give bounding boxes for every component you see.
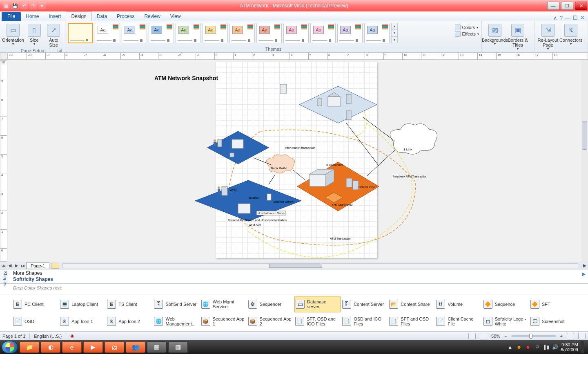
zoom-level[interactable]: 50% [491, 334, 500, 339]
taskbar-item-visio[interactable]: ▥ [168, 341, 188, 353]
theme-item-4[interactable]: Aa [176, 23, 201, 43]
tray-red-icon[interactable]: ☻ [525, 344, 531, 350]
standalone-server-icon[interactable] [280, 84, 287, 93]
redo-icon[interactable]: ↷ [29, 2, 37, 9]
autosize-button[interactable]: ⤢Auto Size [45, 23, 63, 47]
theme-item-7[interactable]: Aa [256, 23, 282, 43]
taskbar-item-messenger[interactable]: 👥 [126, 341, 145, 353]
tab-data[interactable]: Data [92, 12, 112, 21]
shape-stencil-item[interactable]: 📦Sequenced App 1 [200, 313, 247, 330]
taskbar-item-7[interactable]: ▦ [147, 341, 167, 353]
theme-item-9[interactable]: Aa [310, 23, 336, 43]
fit-to-window-button[interactable] [567, 333, 574, 339]
shape-stencil-item[interactable]: 🗃Database server [294, 296, 341, 312]
tab-design[interactable]: Design [66, 11, 91, 21]
zoom-in-button[interactable]: + [560, 334, 563, 339]
view-full-button[interactable] [480, 333, 487, 339]
tab-view[interactable]: View [165, 12, 186, 21]
connectors-button[interactable]: ↯Connectors▾ [560, 23, 581, 46]
mdi-minimize-icon[interactable]: — [565, 15, 570, 21]
shape-stencil-item[interactable]: 🛢Volume [435, 296, 481, 312]
tab-insert[interactable]: Insert [44, 12, 66, 21]
theme-item-5[interactable]: Aa [203, 23, 228, 43]
shapes-expand-icon[interactable]: ▶ [582, 271, 586, 277]
shape-stencil-item[interactable]: 📑OSD and ICO Files [341, 313, 388, 330]
ribbon-minimize-icon[interactable]: ∧ [553, 15, 557, 21]
quick-shapes-dropzone[interactable]: Drop Quick Shapes here [0, 284, 588, 294]
maximize-button[interactable]: ☐ [561, 2, 573, 10]
nav-first-icon[interactable]: ⏮ [0, 263, 7, 268]
tray-volume-icon[interactable]: 🔊 [552, 344, 558, 350]
undo-icon[interactable]: ↶ [20, 2, 28, 9]
visio-icon[interactable]: ▦ [2, 2, 10, 9]
taskbar-item-ie[interactable]: e [62, 341, 82, 353]
theme-item-2[interactable]: Aa [122, 23, 147, 43]
shape-stencil-item[interactable]: 🔶SFT [530, 296, 576, 312]
theme-item-3[interactable]: Aa [149, 23, 174, 43]
shape-stencil-item[interactable]: 🖥TS Client [106, 296, 152, 312]
theme-item-10[interactable]: Aa [337, 23, 363, 43]
borders-titles-button[interactable]: ▣Borders & Titles▾ [507, 23, 528, 51]
theme-item-11[interactable]: Aa [364, 23, 390, 43]
tray-up-icon[interactable]: ▲ [507, 344, 513, 350]
backgrounds-button[interactable]: ▨Backgrounds▾ [484, 23, 506, 46]
status-language[interactable]: English (U.S.) [34, 334, 62, 339]
mdi-close-icon[interactable]: ✕ [580, 15, 585, 21]
bank-wan-cloud[interactable] [266, 155, 294, 173]
page-tab-1[interactable]: Page-1 [26, 263, 49, 269]
view-normal-button[interactable] [468, 333, 476, 339]
tray-network-icon[interactable]: ❚▮ [543, 344, 549, 350]
macro-record-icon[interactable]: ◉ [70, 333, 74, 339]
shape-stencil-item[interactable]: 📦Sequenced App 2 [247, 313, 294, 330]
shape-stencil-item[interactable]: 📑SFT, OSD and ICO Files [294, 313, 341, 330]
theme-item-8[interactable]: Aa [283, 23, 309, 43]
more-shapes-link[interactable]: More Shapes [13, 270, 575, 276]
qat-customize-icon[interactable]: ▾ [38, 2, 46, 9]
vertical-scrollbar[interactable] [581, 60, 588, 262]
shape-stencil-item[interactable]: 📑SFT and OSD Files [388, 313, 434, 330]
shape-stencil-item[interactable]: 💻Laptop Client [59, 296, 105, 312]
switch-windows-button[interactable] [578, 333, 586, 339]
drawing-scrollpane[interactable]: ATM Network Snapshot [7, 60, 581, 262]
shapes-tab[interactable]: Shapes [0, 269, 8, 283]
theme-gallery[interactable]: Aa Aa Aa Aa Aa Aa Aa Aa Aa Aa Aa ▲▼▾ [68, 23, 453, 43]
theme-item-6[interactable]: Aa [229, 23, 255, 43]
shape-stencil-item[interactable]: 🖥PC Client [12, 296, 58, 312]
shape-stencil-item[interactable]: ⚙Sequencer [247, 296, 294, 312]
theme-effects-button[interactable]: Effects ▾ [455, 31, 479, 37]
minimize-button[interactable]: — [547, 2, 559, 10]
size-button[interactable]: ▯Size▾ [25, 23, 43, 46]
shape-stencil-item[interactable]: 🌐Web Management... [153, 313, 199, 330]
taskbar-item-explorer[interactable]: 🗂 [105, 341, 124, 353]
shape-stencil-item[interactable]: ◻Softricity Logo - White [483, 313, 529, 330]
shape-stencil-item[interactable]: ✳App Icon 1 [59, 313, 105, 330]
theme-item-1[interactable]: Aa [95, 23, 120, 43]
theme-colors-button[interactable]: Colors ▾ [455, 25, 479, 30]
shape-stencil-item[interactable]: 🗄SoftGrid Server [153, 296, 199, 312]
tray-orange-icon[interactable]: ☻ [516, 344, 522, 350]
file-tab[interactable]: File [2, 12, 21, 21]
mdi-restore-icon[interactable]: ☐ [573, 15, 578, 21]
nav-next-icon[interactable]: ▶ [13, 263, 20, 268]
shape-stencil-item[interactable]: 🖵Screenshot [530, 313, 576, 330]
zoom-slider[interactable] [511, 335, 556, 337]
tab-review[interactable]: Review [139, 12, 165, 21]
shape-stencil-item[interactable]: 🗄Content Server [341, 296, 388, 312]
shape-stencil-item[interactable]: 🌐Web Mgmt Service [200, 296, 247, 312]
shape-stencil-item[interactable]: 📂Content Share [388, 296, 434, 312]
tab-process[interactable]: Process [112, 12, 139, 21]
shape-stencil-item[interactable]: 📄OSD [12, 313, 58, 330]
taskbar-item-media[interactable]: ▶ [83, 341, 103, 353]
save-icon[interactable]: 💾 [11, 2, 19, 9]
horizontal-scrollbar[interactable] [62, 263, 578, 268]
zoom-out-button[interactable]: − [504, 334, 507, 339]
start-button[interactable] [2, 341, 18, 353]
taskbar-item-chrome[interactable]: ◐ [41, 341, 60, 353]
hscroll-right-icon[interactable]: ▶ [581, 263, 588, 268]
tray-flag-icon[interactable]: ⚐ [534, 344, 540, 350]
add-page-button[interactable] [51, 263, 59, 269]
relayout-button[interactable]: ⇲Re-Layout Page▾ [537, 23, 559, 51]
nav-prev-icon[interactable]: ◀ [7, 263, 13, 268]
theme-item-0[interactable] [68, 23, 93, 43]
close-button[interactable]: ✕ [575, 2, 587, 10]
